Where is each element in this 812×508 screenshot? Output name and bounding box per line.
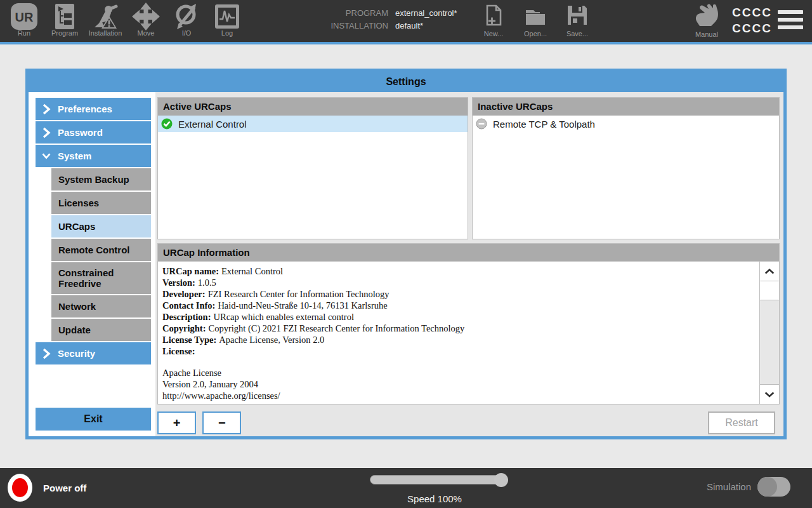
speed-label: Speed 100% [365,493,504,504]
sidebar-item-system[interactable]: System [36,145,151,167]
log-icon [213,2,242,31]
sidebar-item-password[interactable]: Password [36,121,151,144]
sidebar-item-preferences[interactable]: Preferences [36,98,151,120]
settings-sidebar: Preferences Password System System Backu… [29,92,155,436]
chevron-right-icon [42,104,51,115]
urcap-row-remote-tcp[interactable]: Remote TCP & Toolpath [473,116,779,132]
move-icon [131,2,160,31]
urcap-name: External Control [178,119,247,130]
sidebar-item-system-backup[interactable]: System Backup [51,168,151,190]
sidebar-item-label: URCaps [58,221,95,232]
new-label: New... [484,30,504,37]
sidebar-item-licenses[interactable]: Licenses [51,192,151,214]
sidebar-item-urcaps[interactable]: URCaps [51,215,151,237]
scroll-down-button[interactable] [760,384,779,404]
info-field: License Type:Apache License, Version 2.0 [162,334,751,345]
urcap-information-panel: URCap Information URCap name:External Co… [157,243,780,404]
chevron-up-icon [764,268,775,275]
info-field: Developer:FZI Research Center for Inform… [162,288,751,300]
dialog-title: Settings [29,72,783,92]
program-value: external_control* [395,8,457,18]
nav-program[interactable]: Program [44,2,85,37]
ur-logo-icon: UR [10,2,39,31]
active-urcaps-list: External Control [158,116,468,239]
manual-label: Manual [695,30,718,38]
nav-run-label: Run [18,29,30,37]
hamburger-menu-button[interactable] [778,10,803,33]
nav-program-label: Program [51,29,78,37]
nav-move[interactable]: Move [126,2,166,37]
info-field: Version:1.0.5 [162,277,751,288]
simulation-toggle[interactable] [757,477,790,497]
scrollbar-thumb[interactable] [760,281,779,300]
save-label: Save... [566,30,588,37]
nav-installation[interactable]: Installation [85,2,126,37]
info-field: License: [162,345,751,357]
hamburger-icon [778,10,803,14]
sidebar-item-label: Security [58,348,95,359]
restart-button[interactable]: Restart [708,411,775,434]
nav-installation-label: Installation [89,29,122,37]
add-urcap-button[interactable]: + [157,411,196,434]
sidebar-item-update[interactable]: Update [51,319,151,341]
info-scrollbar[interactable] [759,262,779,404]
info-field: Contact Info:Haid-und-Neu-Straße 10-14, … [162,300,751,311]
file-actions: New... Open... Save... [477,4,594,37]
speed-slider-knob[interactable] [494,473,508,487]
simulation-toggle-knob [757,477,777,497]
urcaps-content: Active URCaps External Control Inactive … [155,92,783,436]
sidebar-item-label: Constrained Freedrive [58,267,142,289]
main-nav: UR Run Program [4,2,247,37]
sidebar-item-label: System Backup [58,174,129,185]
save-button[interactable]: Save... [561,4,594,37]
top-bar: UR Run Program [0,0,812,44]
bottom-bar: Power off Speed 100% Simulation [0,468,812,508]
sidebar-item-label: Network [58,301,96,312]
nav-move-label: Move [138,29,155,37]
manual-mode-button[interactable]: Manual [689,3,724,38]
open-button[interactable]: Open... [519,4,552,37]
nav-run[interactable]: UR Run [4,2,44,37]
urcap-information-body: URCap name:External Control Version:1.0.… [157,261,780,404]
robot-serial-display: CCCC CCCC [732,4,772,36]
power-status-button[interactable]: Power off [8,474,86,502]
inactive-minus-icon [476,118,487,130]
scroll-up-button[interactable] [760,262,779,281]
exit-button[interactable]: Exit [36,408,151,431]
sidebar-item-label: Preferences [58,104,112,114]
active-urcaps-panel: Active URCaps External Control [157,97,468,239]
new-button[interactable]: New... [477,4,510,37]
remove-urcap-button[interactable]: − [202,411,241,434]
active-check-icon [161,118,173,130]
active-urcaps-header: Active URCaps [158,98,468,116]
urcaps-button-row: + − Restart [157,411,780,434]
speed-slider[interactable] [370,475,508,485]
sidebar-item-constrained-freedrive[interactable]: Constrained Freedrive [51,262,151,294]
urcap-name: Remote TCP & Toolpath [493,119,595,130]
serial-line-1: CCCC [732,4,772,20]
chevron-right-icon [42,127,51,138]
sidebar-item-security[interactable]: Security [36,342,151,364]
nav-log-label: Log [221,29,233,37]
chevron-down-icon [764,391,775,398]
nav-io-label: I/O [182,29,192,37]
scrollbar-track[interactable] [760,300,779,384]
program-info: PROGRAM external_control* INSTALLATION d… [317,8,457,30]
serial-line-2: CCCC [732,20,772,36]
power-icon [8,474,32,502]
urcap-row-external-control[interactable]: External Control [158,116,468,132]
new-file-icon [482,4,505,28]
power-status-label: Power off [43,483,86,493]
sidebar-item-remote-control[interactable]: Remote Control [51,239,151,261]
dialog-body: Preferences Password System System Backu… [29,92,783,436]
nav-log[interactable]: Log [207,2,247,37]
installation-icon [91,2,120,31]
inactive-urcaps-header: Inactive URCaps [473,98,779,116]
hand-icon [692,3,721,30]
open-label: Open... [524,30,547,37]
sidebar-item-label: Password [58,127,103,138]
program-icon [50,2,79,31]
installation-value: default* [395,21,457,30]
sidebar-item-network[interactable]: Network [51,295,151,318]
nav-io[interactable]: I/O [166,2,207,37]
